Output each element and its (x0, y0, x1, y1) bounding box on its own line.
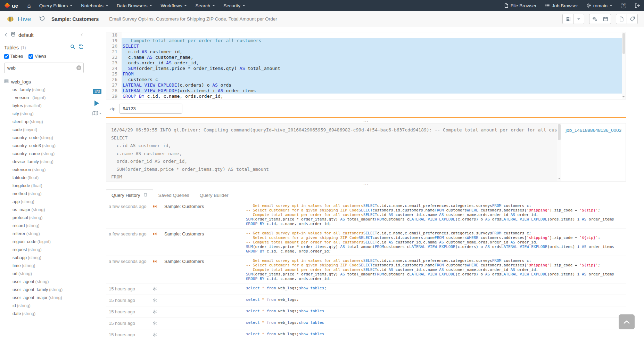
editor-line[interactable]: 25FROM (106, 71, 626, 77)
column-item[interactable]: country_code3(string) (4, 142, 84, 150)
home-button[interactable]: ⌂ (23, 0, 35, 11)
scrollbar-thumb[interactable] (558, 124, 561, 140)
editor-line[interactable]: 28LATERAL VIEW EXPLODE(ords.items) i AS … (106, 88, 626, 94)
editor-line[interactable]: 29GROUP BY c.id, c.name, ords.order_id; (106, 94, 626, 99)
column-item[interactable]: city(string) (4, 110, 84, 118)
back-icon[interactable] (4, 32, 8, 38)
save-dropdown-button[interactable] (573, 14, 584, 24)
column-item[interactable]: referer(string) (4, 230, 84, 238)
scroll-down-icon[interactable] (558, 174, 561, 180)
app-name[interactable]: Hive (18, 15, 31, 23)
column-item[interactable]: country_name(string) (4, 150, 84, 158)
clear-filter-icon[interactable] (76, 65, 81, 70)
collapse-sidebar-icon[interactable] (80, 32, 84, 38)
description-button[interactable] (616, 14, 627, 24)
column-item[interactable]: request(string) (4, 246, 84, 254)
schedule-button[interactable] (600, 14, 611, 24)
help-button[interactable] (617, 0, 630, 11)
table-item-web-logs[interactable]: web_logs (4, 78, 84, 86)
menu-notebooks[interactable]: Notebooks (77, 0, 113, 11)
history-row[interactable]: a few seconds agoSample: Customers-- Get… (106, 256, 626, 283)
column-item[interactable]: user_agent_family(string) (4, 286, 84, 294)
editor-scrollbar[interactable] (622, 32, 626, 99)
resize-handle[interactable] (106, 182, 626, 186)
tab-saved-queries[interactable]: Saved Queries (153, 189, 195, 201)
column-item[interactable]: date(string) (4, 310, 84, 318)
refresh-icon[interactable] (79, 44, 84, 51)
table-filter-input[interactable] (4, 63, 84, 73)
database-name[interactable]: default (18, 32, 34, 38)
column-item[interactable]: user_agent(string) (4, 278, 84, 286)
column-item[interactable]: url(string) (4, 270, 84, 278)
history-row[interactable]: 15 hours agoselect * from web_logs;show … (106, 283, 626, 295)
sign-out-button[interactable] (630, 0, 644, 11)
column-item[interactable]: user_agent_major(string) (4, 294, 84, 302)
column-item[interactable]: extension(string) (4, 166, 84, 174)
column-item[interactable]: code(tinyint) (4, 126, 84, 134)
tags-button[interactable] (627, 14, 638, 24)
column-item[interactable]: id(string) (4, 302, 84, 310)
column-item[interactable]: latitude(float) (4, 174, 84, 182)
history-row[interactable]: 15 hours agoselect * from web_logs;show … (106, 329, 626, 337)
log-scrollbar[interactable] (557, 123, 561, 181)
hue-logo[interactable]: ue (0, 0, 23, 11)
editor-line[interactable]: 22 c.name AS customer_name, (106, 55, 626, 60)
views-checkbox[interactable] (28, 54, 33, 59)
history-row[interactable]: 15 hours agoselect * from web_logs; (106, 295, 626, 306)
column-item[interactable]: os_major(string) (4, 206, 84, 214)
menu-query-editors[interactable]: Query Editors (35, 0, 77, 11)
editor-line[interactable]: 19-- Compute total amount per order for … (106, 38, 626, 43)
column-item[interactable]: device_family(string) (4, 158, 84, 166)
sql-token: -- Compute total amount per order for al… (246, 267, 363, 272)
tab-query-history[interactable]: Query History (106, 189, 153, 201)
editor-line[interactable]: 23 ords.order_id AS order_id, (106, 60, 626, 66)
column-item[interactable]: protocol(string) (4, 214, 84, 222)
column-item[interactable]: os_family(string) (4, 86, 84, 94)
tables-checkbox[interactable] (4, 54, 9, 59)
column-item[interactable]: region_code(bigint) (4, 238, 84, 246)
column-item[interactable]: method(string) (4, 190, 84, 198)
file-browser-link[interactable]: File Browser (500, 0, 541, 11)
scroll-to-top-button[interactable] (619, 314, 635, 329)
document-title[interactable]: Sample: Customers (51, 16, 99, 22)
variable-input[interactable] (119, 104, 182, 114)
column-item[interactable]: _version_(bigint) (4, 94, 84, 102)
clear-history-icon[interactable] (143, 192, 148, 198)
tab-query-builder[interactable]: Query Builder (195, 189, 234, 201)
scroll-down-icon[interactable] (622, 93, 625, 99)
history-row[interactable]: 15 hours agoselect * from web_logs;show … (106, 306, 626, 318)
user-menu[interactable]: romain (582, 0, 617, 11)
editor-line[interactable]: 18 (106, 32, 626, 38)
execute-button[interactable] (94, 101, 99, 106)
editor-line[interactable]: 21 c.id AS customer_id, (106, 49, 626, 55)
menu-security[interactable]: Security (219, 0, 249, 11)
editor-line[interactable]: 20SELECT (106, 43, 626, 49)
column-item[interactable]: country_code(string) (4, 134, 84, 142)
browse-results-button[interactable] (92, 111, 102, 115)
history-row[interactable]: a few seconds agoSample: Customers-- Get… (106, 228, 626, 256)
session-settings-button[interactable] (589, 14, 600, 24)
column-item[interactable]: record(string) (4, 222, 84, 230)
editor-line[interactable]: 27LATERAL VIEW EXPLODE(c.orders) o AS or… (106, 82, 626, 88)
query-history-icon[interactable] (39, 15, 45, 23)
column-item[interactable]: client_ip(string) (4, 118, 84, 126)
editor-line[interactable]: 26 customers c (106, 77, 626, 82)
scrollbar-thumb[interactable] (622, 33, 625, 54)
job-link[interactable]: job_1461888648136_0003 (565, 128, 621, 133)
history-row[interactable]: 15 hours agoselect * from web_logs;show … (106, 318, 626, 329)
column-item[interactable]: time(string) (4, 262, 84, 270)
job-browser-link[interactable]: Job Browser (541, 0, 582, 11)
search-icon[interactable] (70, 44, 75, 51)
menu-data-browsers[interactable]: Data Browsers (113, 0, 157, 11)
column-item[interactable]: bytes(smallint) (4, 102, 84, 110)
history-row[interactable]: a few seconds agoSample: Customers-- Get… (106, 201, 626, 228)
column-item[interactable]: subapp(string) (4, 254, 84, 262)
menu-search[interactable]: Search (191, 0, 219, 11)
code-editor[interactable]: 1819-- Compute total amount per order fo… (106, 32, 626, 99)
editor-line[interactable]: 24 SUM(order_items.price * order_items.q… (106, 66, 626, 71)
save-button[interactable] (562, 14, 573, 24)
column-item[interactable]: app(string) (4, 198, 84, 206)
resize-handle[interactable] (106, 118, 626, 123)
column-item[interactable]: longitude(float) (4, 182, 84, 190)
menu-workflows[interactable]: Workflows (156, 0, 191, 11)
